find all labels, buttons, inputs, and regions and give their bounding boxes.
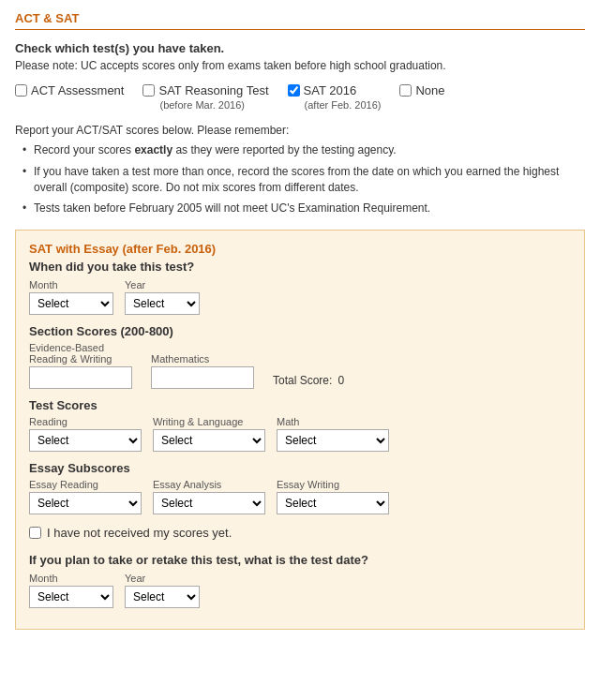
act-checkbox[interactable] [15, 84, 27, 97]
test-scores-row: Reading Select 200300400500600700800 Wri… [29, 416, 571, 452]
act-label: ACT Assessment [31, 83, 124, 97]
ebr-field-group: Evidence-BasedReading & Writing [29, 342, 132, 389]
retake-month-field-group: Month Select JanuaryFebruaryMarch AprilM… [29, 573, 113, 608]
math-test-label: Math [277, 416, 389, 427]
essay-reading-field-group: Essay Reading Select 2345678 [29, 479, 142, 514]
writing-lang-label: Writing & Language [153, 416, 265, 427]
math-test-select[interactable]: Select 200300400500600700800 [277, 429, 389, 452]
sat-reasoning-checkbox[interactable] [142, 84, 155, 97]
year-select[interactable]: Select 20162017201820192020 [125, 292, 200, 315]
essay-writing-field-group: Essay Writing Select 2345678 [277, 479, 389, 514]
total-score-text: Total Score: [273, 374, 332, 387]
math-test-field-group: Math Select 200300400500600700800 [277, 416, 389, 452]
essay-writing-label: Essay Writing [277, 479, 389, 490]
section-scores-title: Section Scores (200-800) [29, 324, 571, 338]
none-checkbox[interactable] [399, 84, 412, 97]
sat-essay-box: SAT with Essay (after Feb. 2016) When di… [15, 230, 585, 630]
reading-select[interactable]: Select 200300400500600700800 [29, 429, 142, 452]
checkbox-none: None [399, 83, 444, 97]
instruction-title: Check which test(s) you have taken. [15, 41, 585, 55]
retake-field-row: Month Select JanuaryFebruaryMarch AprilM… [29, 573, 571, 608]
retake-title: If you plan to take or retake this test,… [29, 553, 571, 567]
sat-reasoning-sub: (before Mar. 2016) [159, 99, 245, 111]
math-score-input[interactable] [151, 366, 254, 389]
sat-reasoning-label: SAT Reasoning Test [158, 83, 268, 97]
essay-subscores-title: Essay Subscores [29, 461, 571, 475]
total-score-display: Total Score: 0 [273, 374, 344, 389]
sat-box-title: SAT with Essay (after Feb. 2016) [29, 242, 571, 256]
not-received-label: I have not received my scores yet. [47, 526, 232, 540]
checkbox-act: ACT Assessment [15, 83, 124, 97]
bullet-3: Tests taken before February 2005 will no… [22, 201, 585, 216]
section-title: ACT & SAT [15, 11, 585, 30]
not-received-row: I have not received my scores yet. [29, 526, 571, 540]
total-score-value: 0 [338, 374, 344, 387]
essay-writing-select[interactable]: Select 2345678 [277, 492, 389, 514]
checkbox-sat-reasoning: SAT Reasoning Test (before Mar. 2016) [142, 83, 268, 111]
report-section: Report your ACT/SAT scores below. Please… [15, 124, 585, 216]
math-score-label: Mathematics [151, 353, 254, 365]
math-score-field-group: Mathematics [151, 353, 254, 389]
report-title: Report your ACT/SAT scores below. Please… [15, 124, 585, 137]
test-scores-title: Test Scores [29, 398, 571, 412]
retake-year-label: Year [125, 573, 200, 584]
bullet-list: Record your scores exactly as they were … [15, 142, 585, 216]
checkbox-sat-2016: SAT 2016 (after Feb. 2016) [288, 83, 382, 111]
essay-analysis-select[interactable]: Select 2345678 [153, 492, 265, 514]
essay-analysis-label: Essay Analysis [153, 479, 265, 490]
when-field-row: Month Select JanuaryFebruaryMarch AprilM… [29, 279, 571, 315]
ebr-input[interactable] [29, 366, 132, 389]
month-label: Month [29, 279, 113, 290]
reading-label: Reading [29, 416, 142, 427]
year-field-group: Year Select 20162017201820192020 [125, 279, 200, 315]
retake-year-select[interactable]: Select 20162017201820192020 [125, 586, 200, 608]
month-field-group: Month Select JanuaryFebruaryMarch AprilM… [29, 279, 113, 315]
essay-reading-label: Essay Reading [29, 479, 142, 490]
sat-2016-label: SAT 2016 [304, 83, 357, 97]
bullet-1: Record your scores exactly as they were … [22, 142, 585, 158]
not-received-checkbox[interactable] [29, 527, 41, 539]
reading-field-group: Reading Select 200300400500600700800 [29, 416, 142, 452]
essay-analysis-field-group: Essay Analysis Select 2345678 [153, 479, 265, 514]
scores-row: Evidence-BasedReading & Writing Mathemat… [29, 342, 571, 389]
writing-lang-select[interactable]: Select 200300400500600700800 [153, 429, 265, 452]
writing-lang-field-group: Writing & Language Select 20030040050060… [153, 416, 265, 452]
retake-month-label: Month [29, 573, 113, 584]
retake-month-select[interactable]: Select JanuaryFebruaryMarch AprilMayJune… [29, 586, 113, 608]
retake-year-field-group: Year Select 20162017201820192020 [125, 573, 200, 608]
year-label: Year [125, 279, 200, 290]
bullet-2: If you have taken a test more than once,… [22, 164, 585, 196]
month-select[interactable]: Select JanuaryFebruaryMarch AprilMayJune… [29, 292, 113, 315]
essay-row: Essay Reading Select 2345678 Essay Analy… [29, 479, 571, 514]
test-checkbox-group: ACT Assessment SAT Reasoning Test (befor… [15, 83, 585, 111]
sat-2016-sub: (after Feb. 2016) [305, 99, 382, 111]
sat-2016-checkbox[interactable] [288, 84, 300, 97]
none-label: None [415, 83, 444, 97]
essay-reading-select[interactable]: Select 2345678 [29, 492, 142, 514]
instruction-note: Please note: UC accepts scores only from… [15, 59, 585, 72]
when-title: When did you take this test? [29, 260, 571, 274]
ebr-label: Evidence-BasedReading & Writing [29, 342, 132, 365]
